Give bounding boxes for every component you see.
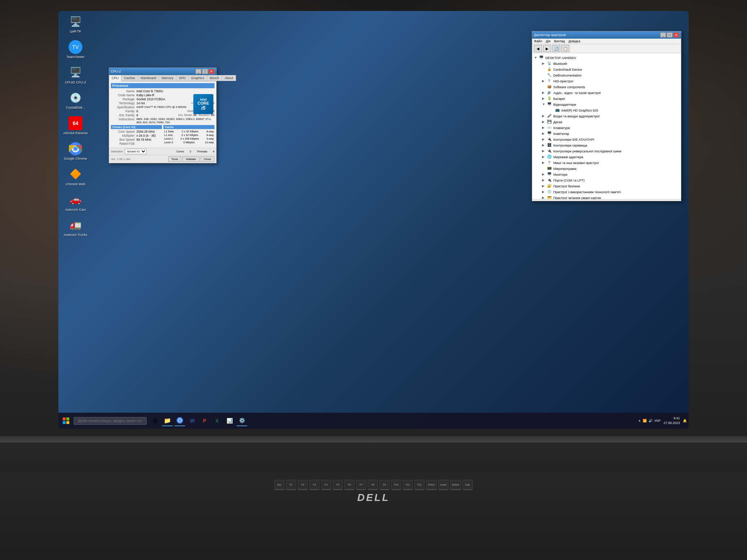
tree-keyboards[interactable]: ▶ ⌨️ Клавіатури [542,125,679,131]
desktop-icon-autocom-trucks[interactable]: 🚛 Autocom Trucks [63,218,88,237]
cpuz-tab-spd[interactable]: SPD [177,75,189,81]
tree-dellinstr-label: DellInstrumentation [553,74,582,77]
tree-hid[interactable]: ▶ 🖱️ HID-пристрої [542,78,679,84]
desktop-icon-this-pc[interactable]: 🖥️ Цей ПК [63,15,88,34]
taskbar-search[interactable] [74,417,147,425]
mon-icon: 🖥️ [547,172,552,177]
key-delete[interactable]: Delete [450,480,461,490]
desktop-icon-aida64[interactable]: 64 AIDA64 Extreme [63,116,88,135]
tree-firmware[interactable]: 📟 Мікропрограма: [542,166,679,172]
cpuz-instructions-value: MMX, SSE, SSE2, SSE3, SSSE3, SSE4.1, SSE… [136,117,214,124]
devmgr-close-btn[interactable]: ✕ [673,32,679,38]
cpuz-tools-dropdown[interactable]: Tools [168,156,182,162]
devmgr-minimize-btn[interactable]: _ [660,32,666,38]
key-calc[interactable]: Calc [462,480,473,490]
key-f3[interactable]: F3 [309,480,320,490]
tree-disks[interactable]: ▶ 💾 Диски [542,119,679,125]
cpuz-close-btn[interactable]: ✕ [209,69,214,74]
cpuz-tab-cpu[interactable]: CPU [109,75,121,81]
cpuz-titlebar: CPU-Z _ □ ✕ [109,68,216,75]
tree-batteries[interactable]: ▶ 🔋 Батареї [542,96,679,102]
cpuz-tab-memory[interactable]: Memory [159,75,177,81]
key-f4[interactable]: F4 [321,480,331,490]
tree-mice[interactable]: ▶ 🖱️ Миші та інші вказівні пристрої [542,160,679,166]
tree-bluetooth[interactable]: ▶ 📡 Bluetooth [542,61,679,67]
devmgr-forward-btn[interactable]: ▶ [543,45,551,52]
cpuz-selection-select[interactable]: Socket #1 [125,149,147,154]
tree-software-components[interactable]: 📦 Software components [542,84,679,90]
taskbar-file-explorer[interactable]: 📁 [162,415,173,426]
tree-audio-io[interactable]: ▶ 🎤 Вхідні та вихідні аудіопристрої [542,113,679,119]
tree-controlvault[interactable]: 🔒 ControlVault Device [542,67,679,73]
tray-language[interactable]: УКР [654,419,661,423]
tree-network-adapters[interactable]: ▶ 🌐 Мережеві адаптери [542,154,679,160]
desktop-icon-chrome[interactable]: Google Chrome [63,142,88,161]
desktop-icon-cpuid[interactable]: 🖥️ CPUID CPU-Z [63,66,88,85]
key-f5[interactable]: F5 [333,480,343,490]
taskbar-task-view[interactable]: ⊞ [150,415,160,426]
video-icon: 🖥️ [547,102,552,107]
tree-smartcard-label: Пристрої читання смарт-карток [553,196,601,199]
key-f9[interactable]: F9 [379,480,390,490]
devmgr-menu-file[interactable]: Файл [534,39,542,43]
key-prtscr[interactable]: PrtScr [426,480,437,490]
devmgr-properties-btn[interactable]: 📋 [561,45,569,52]
devmgr-refresh-btn[interactable]: 🔄 [552,45,560,52]
devmgr-maximize-btn[interactable]: □ [667,32,673,38]
start-button[interactable] [60,415,72,427]
tray-volume-icon[interactable]: 🔊 [649,419,653,423]
tray-network-icon[interactable]: 📶 [643,419,647,423]
key-f2[interactable]: F2 [298,480,308,490]
key-f10[interactable]: F10 [391,480,401,490]
taskbar-cpuz-icon[interactable]: ⚙️ [236,415,247,426]
key-esc[interactable]: Esc [274,480,285,490]
cpuz-tab-about[interactable]: About [222,75,236,81]
cpuz-tab-graphics[interactable]: Graphics [189,75,207,81]
tree-smartcard[interactable]: ▶ 💳 Пристрої читання смарт-карток [542,195,679,199]
desktop-icon-teamviewer[interactable]: TV TeamViewer [63,40,88,59]
notification-icon[interactable]: 🔔 [683,419,687,423]
cpuz-validate-btn[interactable]: Validate [182,156,199,162]
cpuz-tab-mainboard[interactable]: Mainboard [138,75,159,81]
time-display[interactable]: 9:41 27.08.2023 [663,416,680,425]
tree-dellinstrumentation[interactable]: 🔧 DellInstrumentation [542,73,679,78]
taskbar-excel-icon[interactable]: X [212,415,222,426]
tree-storage-controllers[interactable]: ▶ 🗄️ Контролери скривища [542,143,679,148]
tree-root[interactable]: ▼ 🖥️ DESKTOP-14H65DV [534,55,679,61]
key-f12[interactable]: F12 [414,480,425,490]
tree-computer[interactable]: ▶ 🖥️ Комп'ютер [542,131,679,137]
desktop-icon-utorrent[interactable]: 🔶 uTorrent Web [63,167,88,186]
taskbar-ppt-icon[interactable]: P [199,415,210,426]
key-f11[interactable]: F11 [403,480,413,490]
desktop-icon-autocom-cars[interactable]: 🚗 Autocom Cars [63,193,88,212]
cpuz-minimize-btn[interactable]: _ [196,69,201,74]
tree-audio-video[interactable]: ▶ 🔊 Аудіо-, відео- та ігрові пристрої [542,90,679,96]
desktop-icon-crystaldisk[interactable]: 💿 CrystalDisk... [63,91,88,110]
tree-usb-controllers[interactable]: ▶ 🔌 Контролери універсальної послідовної… [542,148,679,154]
tree-video-adapters[interactable]: ▼ 🖥️ Відеоадаптери [542,102,679,108]
key-f8[interactable]: F8 [368,480,378,490]
tray-expand-icon[interactable]: ∧ [638,419,641,423]
cpuz-extfam-value: 6 [136,113,177,117]
cpuz-maximize-btn[interactable]: □ [202,69,208,74]
tree-monitors[interactable]: ▶ 🖥️ Монітори [542,172,679,178]
cpuz-close-btn[interactable]: Close [201,156,214,162]
tree-memory-tech[interactable]: ▶ 💿 Пристрої з використанням технології … [542,189,679,195]
key-f6[interactable]: F6 [344,480,355,490]
tree-ide-controllers[interactable]: ▶ 🔌 Контролери IDE ATA/ATAPI [542,137,679,143]
devmgr-back-btn[interactable]: ◀ [534,45,542,52]
tree-security-devices[interactable]: ▶ 🔐 Пристрої безпеки [542,183,679,189]
devmgr-menu-action[interactable]: Дія [546,39,550,43]
cpuz-tab-bench[interactable]: Bench [207,75,222,81]
devmgr-menu-help[interactable]: Довідка [569,39,580,43]
key-f1[interactable]: F1 [286,480,296,490]
devmgr-menu-view[interactable]: Вигляд [554,39,565,43]
taskbar-word-icon[interactable]: W [187,415,198,426]
cpuz-tab-caches[interactable]: Caches [121,75,138,81]
key-insert[interactable]: Insert [438,480,449,490]
tree-com-lpt[interactable]: ▶ 🔌 Порти (COM та LPT) [542,178,679,183]
taskbar-app5-icon[interactable]: 📊 [224,415,235,426]
key-f7[interactable]: F7 [356,480,366,490]
taskbar-chrome-icon[interactable] [174,415,185,426]
tree-hd-graphics[interactable]: 📺 Intel(R) HD Graphics 620 [550,108,679,113]
